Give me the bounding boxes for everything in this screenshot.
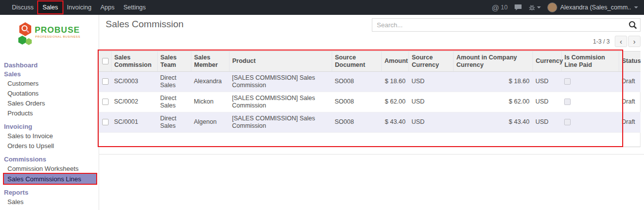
col-sales-team[interactable]: Sales Team <box>157 52 191 71</box>
cell-product: [SALES COMMISSION] Sales Commission <box>229 112 332 132</box>
col-source-document[interactable]: Source Document <box>332 52 381 71</box>
sidebar-item-sales-commissions-lines[interactable]: Sales Commissions Lines <box>4 174 96 184</box>
commission-lines-table: Sales Commission Sales Team Sales Member… <box>99 51 641 147</box>
cell-is-paid <box>561 71 619 92</box>
page-title: Sales Commission <box>106 19 183 30</box>
topbar-menu: Discuss Sales Invoicing Apps Settings <box>0 0 150 15</box>
cell-currency: USD <box>532 92 561 112</box>
cell-sales-commission: SC/0003 <box>111 71 157 92</box>
sidebar-item-sales[interactable]: Sales <box>0 197 99 207</box>
sidebar: PROBUSE PROFESSIONAL BUSINESS DashboardS… <box>0 15 99 210</box>
sidebar-item-commission-worksheets[interactable]: Commission Worksheets <box>0 163 99 173</box>
cell-product: [SALES COMMISSION] Sales Commission <box>229 92 332 112</box>
cell-amount-company-currency: $ 62.00 <box>453 92 532 112</box>
avatar <box>547 2 557 12</box>
table-row[interactable]: SC/0002 Direct Sales Mickon [SALES COMMI… <box>99 92 641 112</box>
pager: 1-3 / 3 ‹ › <box>593 36 641 47</box>
cell-amount-company-currency: $ 18.60 <box>453 71 532 92</box>
cell-source-currency: USD <box>409 92 453 112</box>
select-all-checkbox[interactable] <box>102 58 109 64</box>
sidebar-item-sales-to-invoice[interactable]: Sales to Invoice <box>0 131 99 141</box>
content-divider <box>99 154 644 155</box>
pager-range: 1-3 / 3 <box>593 38 610 45</box>
sidebar-item-orders-to-upsell[interactable]: Orders to Upsell <box>0 141 99 151</box>
cell-amount-company-currency: $ 43.40 <box>453 112 532 132</box>
chat-bubble-icon <box>514 4 522 11</box>
mention-icon: @ <box>492 4 499 11</box>
col-status[interactable]: Status <box>619 52 641 71</box>
sidebar-item-quotations[interactable]: Quotations <box>0 88 99 98</box>
table-row[interactable]: SC/0001 Direct Sales Algenon [SALES COMM… <box>99 112 641 132</box>
search-input[interactable] <box>372 18 641 32</box>
sidebar-item-products[interactable]: Products <box>0 108 99 118</box>
logo-hexagon <box>19 22 31 36</box>
menu-sales[interactable]: Sales <box>38 1 62 13</box>
search-bar <box>372 18 641 32</box>
chevron-down-icon <box>634 6 638 8</box>
sidebar-section-commissions[interactable]: Commissions <box>0 155 99 163</box>
col-product[interactable]: Product <box>229 52 332 71</box>
col-select-all <box>99 52 111 71</box>
cell-source-document: SO008 <box>332 71 381 92</box>
search-icon[interactable] <box>628 20 638 32</box>
table-row[interactable]: SC/0003 Direct Sales Alexandra [SALES CO… <box>99 71 641 92</box>
cell-product: [SALES COMMISSION] Sales Commission <box>229 71 332 92</box>
sidebar-item-customers[interactable]: Customers <box>0 78 99 88</box>
chevron-down-icon <box>537 6 541 8</box>
cell-amount: $ 43.40 <box>381 112 409 132</box>
cell-status: Draft <box>619 112 641 132</box>
menu-apps[interactable]: Apps <box>96 1 119 13</box>
col-amount[interactable]: Amount <box>381 52 409 71</box>
cell-sales-team: Direct Sales <box>157 71 191 92</box>
row-select-checkbox[interactable] <box>102 99 109 105</box>
col-source-currency[interactable]: Source Currency <box>409 52 453 71</box>
cell-sales-team: Direct Sales <box>157 92 191 112</box>
menu-settings[interactable]: Settings <box>119 1 150 13</box>
mention-count: 10 <box>501 4 508 11</box>
topbar-right: @ 10 Alexandra (Sales_comm.. <box>492 0 644 15</box>
col-sales-member[interactable]: Sales Member <box>191 52 229 71</box>
table-header-row: Sales Commission Sales Team Sales Member… <box>99 52 641 71</box>
main-content: Sales Commission 1-3 / 3 ‹ › <box>99 15 644 210</box>
cell-amount: $ 18.60 <box>381 71 409 92</box>
sidebar-section-dashboard[interactable]: Dashboard <box>0 60 99 69</box>
sidebar-item-sales-orders[interactable]: Sales Orders <box>0 98 99 108</box>
cell-source-currency: USD <box>409 112 453 132</box>
sidebar-section-invoicing[interactable]: Invoicing <box>0 122 99 131</box>
debug-menu-button[interactable] <box>528 4 541 11</box>
menu-discuss[interactable]: Discuss <box>7 1 38 13</box>
pager-next-button[interactable]: › <box>628 36 641 47</box>
row-select-cell <box>99 92 111 112</box>
cell-sales-team: Direct Sales <box>157 112 191 132</box>
cell-sales-commission: SC/0002 <box>111 92 157 112</box>
cell-is-paid <box>561 112 619 132</box>
col-amount-company-currency[interactable]: Amount in Company Currency <box>453 52 532 71</box>
bug-icon <box>528 4 535 11</box>
table-body: SC/0003 Direct Sales Alexandra [SALES CO… <box>99 71 641 132</box>
menu-invoicing[interactable]: Invoicing <box>62 1 96 13</box>
pager-prev-button[interactable]: ‹ <box>615 36 627 47</box>
cell-currency: USD <box>532 71 561 92</box>
cell-source-currency: USD <box>409 71 453 92</box>
col-is-commission-line-paid[interactable]: Is Commision Line Paid <box>561 52 619 71</box>
row-select-cell <box>99 112 111 132</box>
messages-button[interactable] <box>514 4 522 11</box>
sidebar-section-reports[interactable]: Reports <box>0 188 99 197</box>
row-select-checkbox[interactable] <box>102 78 109 85</box>
probuse-logo: PROBUSE PROFESSIONAL BUSINESS <box>17 22 99 49</box>
user-menu[interactable]: Alexandra (Sales_comm.. <box>547 2 638 12</box>
topbar: Discuss Sales Invoicing Apps Settings @ … <box>0 0 644 15</box>
col-sales-commission[interactable]: Sales Commission <box>111 52 157 71</box>
sidebar-section-sales[interactable]: Sales <box>0 69 99 78</box>
cell-currency: USD <box>532 112 561 132</box>
app-window: Discuss Sales Invoicing Apps Settings @ … <box>0 0 644 210</box>
col-currency[interactable]: Currency <box>532 52 561 71</box>
cell-sales-member: Alexandra <box>191 71 229 92</box>
row-select-checkbox[interactable] <box>102 119 109 125</box>
logo-subtitle: PROFESSIONAL BUSINESS <box>35 35 80 38</box>
cell-is-paid <box>561 92 619 112</box>
cell-amount: $ 62.00 <box>381 92 409 112</box>
mention-counter[interactable]: @ 10 <box>492 4 508 11</box>
is-paid-checkbox <box>564 78 571 85</box>
cell-status: Draft <box>619 71 641 92</box>
